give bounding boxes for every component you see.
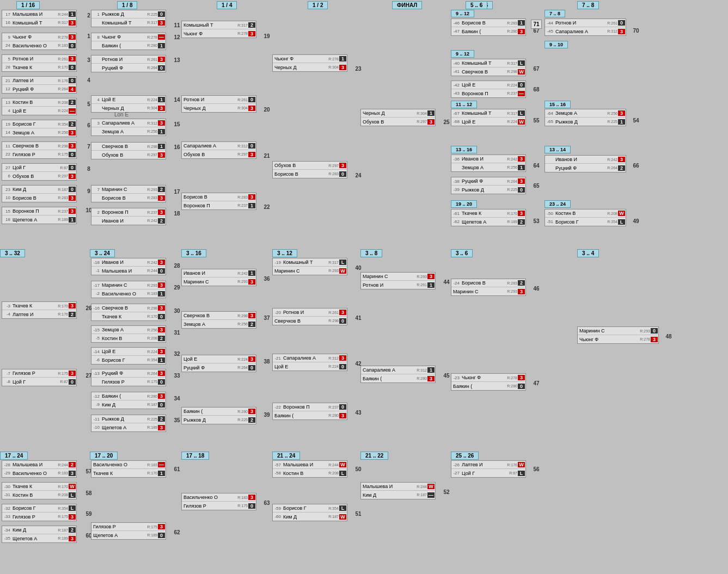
section-17-24-label: 17 .. 24 — [0, 452, 28, 460]
mn-40: 40 — [353, 264, 364, 271]
l-match-42: -21Сапаралиев АR:3123 Цой ЕR:2240 — [272, 354, 347, 371]
r8-match-14: 4Цой ЕR:2241 Черных ДR:3043 — [91, 95, 166, 113]
match-46-borissov: -46Борисов ВR:2831 -47Баякин (R:2803 — [451, 18, 526, 36]
section-3-4-label: 3 .. 4 — [577, 249, 599, 257]
section-17-20-label: 17 .. 20 — [90, 452, 118, 460]
mn-11: 11 — [172, 22, 182, 28]
match-36-ivanov: -36Иванов ИR:2423 Земцов АR:2561 — [451, 155, 526, 172]
l-match-28: -18Иванов ИR:2423 -1Малышева ИR:2440 — [91, 258, 166, 275]
section-13-14-label: 13 .. 14 — [545, 146, 571, 153]
match-seed-5: 5Ротнов ИR:2613 28Ткачев КR:1700 — [2, 54, 77, 72]
mn-54: 54 — [631, 117, 641, 124]
r2-match-24: Обухов ВR:2973 Борисов ВR:2830 — [272, 161, 347, 178]
l-match-51: -59Борисов ГR:354L -60Ким ДR:187W — [272, 504, 347, 521]
section-23-24-label: 23 .. 24 — [545, 200, 571, 208]
l-match-33: -13Руцкий ФR:2643 Гилязов РR:1750 — [91, 369, 166, 386]
l-match-60: -34Ким ДR:1872 -35Щепетов АR:1893 — [2, 526, 77, 543]
section-11-12-label: 11 .. 12 — [451, 101, 477, 108]
match-seed-13: 13Костин ВR:2082 4Цой ЕR:224— — [2, 98, 77, 115]
l-match-35: -11Рыжков ДR:2252 -10Щепетов АR:1893 — [91, 415, 166, 432]
mn-14: 14 — [172, 96, 182, 103]
section-13-16-label: 13 .. 16 — [451, 146, 477, 153]
l-match-36: Иванов ИR:2421 Маринин СR:2933 — [181, 269, 256, 286]
mn-46: 46 — [531, 285, 542, 292]
section-15-16-label: 15 .. 16 — [545, 101, 571, 108]
mn-47: 47 — [531, 380, 542, 386]
mn-44: 44 — [441, 279, 452, 285]
mn-25: 25 — [441, 119, 452, 125]
mn-16: 16 — [172, 144, 182, 150]
l-match-39: Баякин (R:2803 Рыжков ДR:2252 — [181, 407, 256, 424]
match-40-komysh: -40Комышный ТR:317L -41Сверчков ВR:298W — [451, 59, 526, 76]
l-match-56: -26Лаптев ИR:176W -27Цой ГR:87L — [451, 460, 526, 478]
match-seed-9: 9Чьюнг ФR:2783 24Васильченко ОR:1830 — [2, 33, 77, 50]
r8-match-11-top: 1Рыжков ДR:2250 Комышный ТR:3173 — [91, 10, 166, 27]
section-9-12-label: 9 .. 12 — [451, 10, 474, 17]
l-match-47: -23Чьюнг ФR:2783 Баякин (R:2800 — [451, 373, 526, 391]
mn-33: 33 — [172, 372, 182, 379]
mn-52: 52 — [441, 489, 452, 495]
mn-50: 50 — [353, 466, 364, 472]
section-3-16-label: 3 .. 16 — [181, 249, 206, 257]
l-match-31: -15Земцов АR:2563 -5Костин ВR:2082 — [91, 325, 166, 343]
match-44-rotnov: -44Ротнов ИR:2610 -45Сапаралиев АR:3123 — [545, 18, 626, 36]
mn-19: 19 — [261, 33, 272, 39]
l-match-45: Сапаралиев АR:3121 Баякин (R:2803 — [360, 366, 436, 383]
mn-23: 23 — [353, 65, 364, 72]
l-match-58: -30Ткачев КR:170W -31Костин ВR:208L — [2, 482, 77, 499]
l-match-62: Гилязов РR:1753 Щепетов АR:1890 — [91, 522, 166, 540]
section-7-8-header: 7 .. 8 — [545, 10, 565, 17]
mn-29: 29 — [172, 284, 182, 291]
mn-15: 15 — [172, 121, 182, 127]
mn-70: 70 — [631, 27, 641, 34]
l-match-48: Маринин СR:2930 Чьюнг ФR:2783 — [577, 326, 659, 344]
mn-30: 30 — [172, 307, 182, 314]
mn-56: 56 — [531, 466, 542, 472]
mn-31: 31 — [172, 329, 182, 336]
match-seed-23: 23Ким ДR:1870 10Борисов ВR:2833 — [2, 185, 77, 202]
match-seed-19: 19Борисов ГR:3542 14Земцов АR:2563 — [2, 120, 77, 137]
match-seed-11: 11Сверчков ВR:2983 22Гилязов РR:1750 — [2, 141, 77, 159]
mn-39: 39 — [261, 411, 272, 418]
l-match-37: Сверчков ВR:2983 Земцов АR:2562 — [181, 311, 256, 329]
final-match-25: Черных ДR:3041 Обухов ВR:2973 — [360, 109, 436, 126]
l-match-27: -7Гилязов РR:1753 -8Цой ГR:870 — [2, 369, 77, 386]
r4-match-19: Комышный ТR:3172 Чьюнг ФR:2783 — [181, 21, 256, 38]
l-match-50: -57Малышева ИR:244W -58Костин ВR:208L — [272, 460, 347, 478]
mn-18: 18 — [172, 210, 182, 217]
r8-match-12: 8Чьюнг ФR:278— Баякин (R:2801 — [91, 33, 166, 50]
mn-4: 4 — [83, 77, 94, 83]
l-match-44: Маринин СR:2933 Ротнов ИR:2611 — [360, 272, 436, 289]
l-match-34: -12Баякин (R:2803 -9Ким ДR:1870 — [91, 392, 166, 409]
match-67-komysh: -67Комышный ТR:317L -68Цой ЕR:224W — [451, 109, 526, 126]
mn-38: 38 — [261, 358, 272, 365]
section-3-32-label: 3 .. 32 — [0, 249, 25, 257]
header-r1-2: 1 / 2 — [308, 1, 328, 9]
mn-36: 36 — [261, 275, 272, 282]
mn-48: 48 — [663, 333, 674, 340]
mn-65: 65 — [531, 182, 542, 189]
match-38-rutsky: -38Руцкий ФR:2643 -39Рыжков ДR:2250 — [451, 177, 526, 194]
mn-55: 55 — [531, 117, 542, 124]
l-match-43: -22Воронков ПR:2370 Баякин (R:2803 — [272, 403, 347, 420]
r8-match-13: Ротнов ИR:2613 Руцкий ФR:2640 — [91, 54, 166, 72]
header-r1-16: 1 / 16 — [16, 1, 40, 9]
l-match-61: Васильченко ОR:183— Ткачев КR:1701 — [91, 460, 166, 478]
match-seed-15: 15Воронков ПR:2373 18Щепетов АR:1891 — [2, 207, 77, 224]
section-3-12-label: 3 .. 12 — [272, 249, 297, 257]
section-3-6-label: 3 .. 6 — [451, 249, 473, 257]
section-25-26-label: 25 .. 26 — [451, 452, 479, 460]
match-seed-21: 21Лаптев ИR:1760 12Руцкий ФR:2644 — [2, 76, 77, 94]
l-match-46: -24Борисов ВR:2832 Маринин СR:2933 — [451, 279, 526, 296]
r8-match-15: 3Сапаралиев АR:3123 Земцов АR:2561 — [91, 119, 166, 136]
mn-17: 17 — [172, 188, 182, 195]
header-5-6-label: 5 .. 6 — [466, 1, 487, 9]
mn-37: 37 — [261, 314, 272, 321]
mn-49: 49 — [631, 218, 641, 224]
mn-8: 8 — [83, 165, 94, 172]
match-seed-17: 17Малышева ИR:2441 16Комышный ТR:3173 — [2, 10, 77, 27]
l-match-30: -16Сверчков ВR:2983 Ткачев КR:1700 — [91, 304, 166, 321]
mn-27: 27 — [83, 372, 94, 379]
section-19-20-label: 19 .. 20 — [451, 200, 477, 208]
l-match-40: -19Комышный ТR:317L Маринин СR:293W — [272, 258, 347, 275]
